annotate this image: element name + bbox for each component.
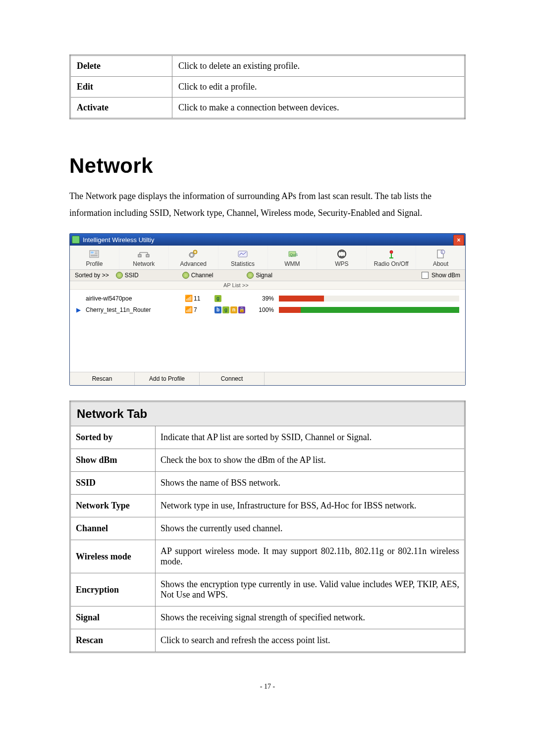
row-desc: Click to delete an existing profile. [172,55,465,77]
rescan-button[interactable]: Rescan [70,372,135,385]
row-desc: Indicate that AP list are sorted by SSID… [156,426,465,449]
mode-b-icon: b [214,306,221,313]
tab-advanced[interactable]: Advanced [169,246,218,269]
tab-label: WMM [284,260,300,267]
antenna-icon: 📶 [185,306,193,313]
row-desc: Shows the encryption type currently in u… [156,573,465,606]
checkbox-icon [422,272,428,279]
ap-modes: b g n 🔒 [214,306,249,313]
tab-profile[interactable]: Profile [70,246,119,269]
profile-icon [88,249,101,259]
table-row: Delete Click to delete an existing profi… [70,55,465,77]
row-label: SSID [70,472,156,495]
tab-about[interactable]: i About [416,246,465,269]
row-label: Show dBm [70,449,156,472]
tab-wps[interactable]: WPS [317,246,367,269]
ap-channel: 📶 7 [185,306,210,313]
signal-bar [279,307,459,313]
table-row: ChannelShows the currently used channel. [70,517,465,540]
signal-bar-fill [279,307,301,313]
sort-option-label: Signal [256,272,272,279]
close-icon: × [457,237,460,244]
table-row: Wireless modeAP support wireless mode. I… [70,540,465,573]
add-to-profile-button[interactable]: Add to Profile [135,372,200,385]
button-label: Connect [221,375,243,382]
row-label: Delete [70,55,172,77]
aplist-header: AP List >> [70,281,465,290]
sort-option-ssid[interactable]: SSID [116,272,139,279]
ap-ssid: airlive-wl5470poe [86,295,180,302]
toolbar: Profile Network Advanced Statistics [70,246,465,270]
network-tab-table: Network Tab Sorted byIndicate that AP li… [69,401,466,653]
row-desc: Shows the receiving signal strength of s… [156,606,465,629]
ap-list: airlive-wl5470poe 📶 11 g 39% ▶ Cherry_te… [70,290,465,372]
row-desc: Network type in use, Infrastructure for … [156,495,465,517]
table-row: Edit Click to edit a profile. [70,77,465,98]
connect-button[interactable]: Connect [200,372,265,385]
network-icon [137,249,150,259]
svg-point-14 [195,252,196,253]
tab-label: Network [133,260,155,267]
window-title: Intelligent Wireless Utiltiy [83,236,155,244]
tab-statistics[interactable]: Statistics [218,246,268,269]
button-label: Add to Profile [149,375,185,382]
signal-bar [279,296,459,302]
gear-icon [187,249,200,259]
sort-bar: Sorted by >> SSID Channel Signal Show dB… [70,270,465,281]
ap-modes: g [214,295,249,302]
lock-icon: 🔒 [238,306,245,313]
ap-list-item[interactable]: ▶ Cherry_test_11n_Router 📶 7 b g n 🔒 100… [76,304,459,315]
selection-arrow-icon: ▶ [76,306,81,313]
tab-network[interactable]: Network [119,246,169,269]
tab-wmm[interactable]: QoS WMM [268,246,318,269]
signal-bar-fill [279,296,324,302]
window-close-button[interactable]: × [453,235,464,246]
profile-actions-table: Delete Click to delete an existing profi… [69,54,466,119]
table-row: Activate Click to make a connection betw… [70,98,465,119]
svg-text:QoS: QoS [290,252,298,257]
mode-g-icon: g [222,306,229,313]
sort-option-label: SSID [125,272,139,279]
svg-rect-1 [91,252,94,253]
sort-option-label: Channel [191,272,214,279]
tab-radio[interactable]: Radio On/Off [367,246,416,269]
show-dbm-label: Show dBm [431,272,460,279]
sort-option-channel[interactable]: Channel [182,272,214,279]
tab-label: Statistics [231,260,255,267]
tab-label: Radio On/Off [374,260,409,267]
row-label: Edit [70,77,172,98]
row-desc: Click to search and refresh the access p… [156,629,465,653]
app-icon [72,236,80,244]
table-row: SSIDShows the name of BSS network. [70,472,465,495]
ap-signal-percent: 39% [254,295,274,302]
bottom-button-bar: Rescan Add to Profile Connect [70,372,465,385]
row-label: Sorted by [70,426,156,449]
button-label: Rescan [92,375,112,382]
row-label: Signal [70,606,156,629]
tab-label: WPS [335,260,348,267]
table-row: Show dBmCheck the box to show the dBm of… [70,449,465,472]
ap-ssid: Cherry_test_11n_Router [86,306,180,313]
row-desc: Shows the currently used channel. [156,517,465,540]
table-row: Sorted byIndicate that AP list are sorte… [70,426,465,449]
radio-icon [247,272,254,279]
row-label: Channel [70,517,156,540]
channel-number: 7 [194,306,197,313]
sortby-label: Sorted by >> [75,272,109,279]
tab-label: Profile [86,260,103,267]
table-row: EncryptionShows the encryption type curr… [70,573,465,606]
row-label: Wireless mode [70,540,156,573]
ap-list-item[interactable]: airlive-wl5470poe 📶 11 g 39% [76,293,459,304]
row-desc: Click to edit a profile. [172,77,465,98]
tab-label: Advanced [180,260,207,267]
show-dbm-toggle[interactable]: Show dBm [422,272,460,279]
window-titlebar: Intelligent Wireless Utiltiy × [70,234,465,246]
mode-g-icon: g [214,295,221,302]
radio-icon [182,272,189,279]
sort-option-signal[interactable]: Signal [247,272,272,279]
svg-rect-7 [146,254,149,257]
wps-icon [335,249,348,259]
ap-channel: 📶 11 [185,295,210,302]
row-desc: Check the box to show the dBm of the AP … [156,449,465,472]
radio-icon [385,249,398,259]
